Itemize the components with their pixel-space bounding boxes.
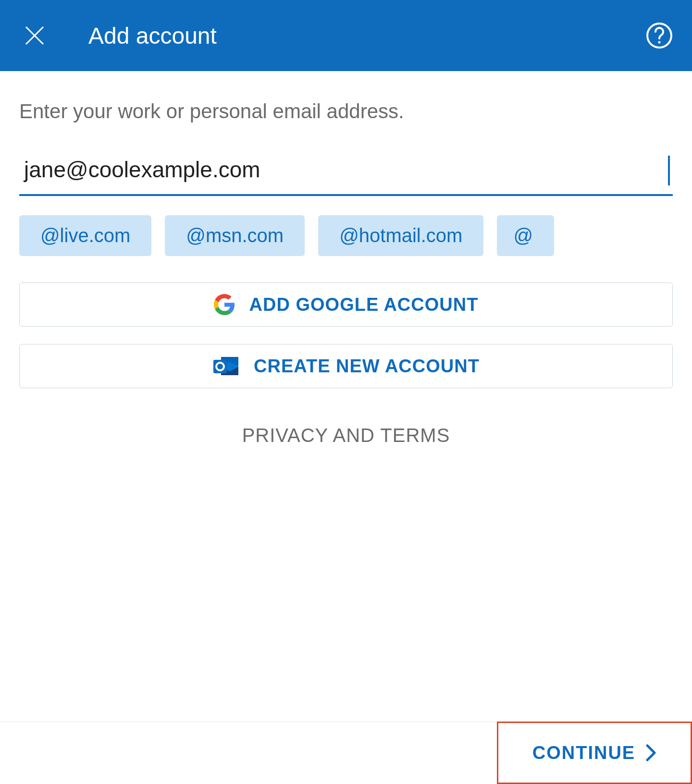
svg-point-3 xyxy=(658,41,661,44)
text-caret xyxy=(668,156,670,185)
page-title: Add account xyxy=(88,23,217,49)
close-icon xyxy=(24,25,45,46)
create-account-button[interactable]: CREATE NEW ACCOUNT xyxy=(19,344,673,388)
chevron-right-icon xyxy=(646,744,656,761)
prompt-label: Enter your work or personal email addres… xyxy=(19,100,673,123)
continue-button[interactable]: CONTINUE xyxy=(497,722,692,784)
create-account-label: CREATE NEW ACCOUNT xyxy=(254,356,480,377)
continue-label: CONTINUE xyxy=(532,743,635,763)
header-bar: Add account xyxy=(0,0,692,71)
domain-chip[interactable]: @hotmail.com xyxy=(318,215,483,256)
close-button[interactable] xyxy=(24,25,45,46)
content-area: Enter your work or personal email addres… xyxy=(0,71,692,722)
domain-chip[interactable]: @msn.com xyxy=(165,215,305,256)
domain-suggestions: @live.com @msn.com @hotmail.com @ xyxy=(19,215,673,256)
privacy-terms-link[interactable]: PRIVACY AND TERMS xyxy=(19,425,673,446)
email-field[interactable]: jane@coolexample.com xyxy=(24,157,668,183)
domain-chip[interactable]: @live.com xyxy=(19,215,151,256)
footer-bar: CONTINUE xyxy=(0,722,692,784)
domain-chip[interactable]: @ xyxy=(497,215,554,256)
add-google-button[interactable]: ADD GOOGLE ACCOUNT xyxy=(19,282,673,327)
email-field-wrap[interactable]: jane@coolexample.com xyxy=(19,157,673,196)
help-icon xyxy=(646,22,673,49)
outlook-icon xyxy=(212,354,239,378)
google-icon xyxy=(214,294,235,315)
add-google-label: ADD GOOGLE ACCOUNT xyxy=(249,294,479,315)
help-button[interactable] xyxy=(646,22,673,49)
